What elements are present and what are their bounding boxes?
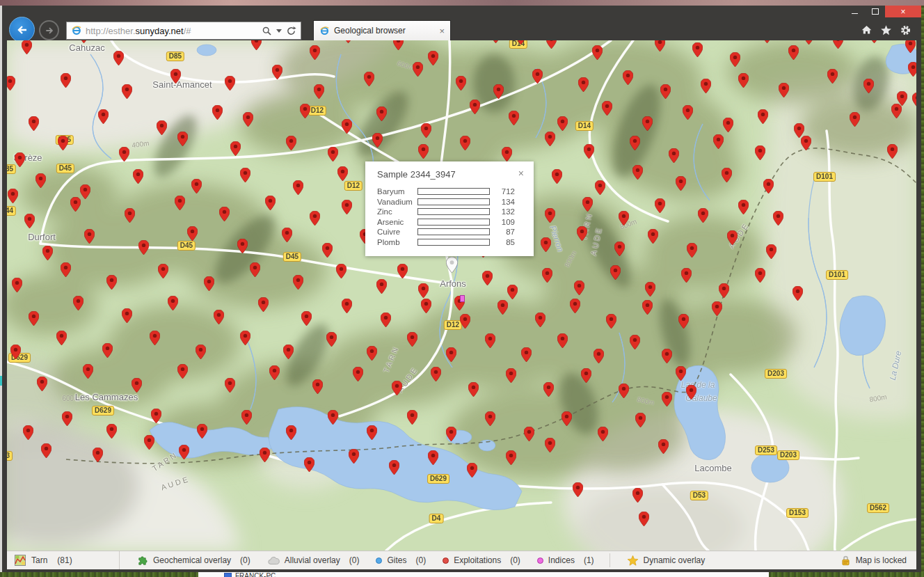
map-pin[interactable]: [509, 111, 519, 125]
map-pin[interactable]: [70, 197, 81, 212]
map-pin[interactable]: [606, 314, 616, 329]
map-pin[interactable]: [692, 42, 703, 57]
map-pin[interactable]: [727, 230, 738, 245]
map-pin[interactable]: [598, 427, 608, 441]
map-pin[interactable]: [535, 313, 545, 327]
map-pin[interactable]: [122, 308, 132, 323]
close-button[interactable]: ×: [885, 6, 921, 17]
map-pin[interactable]: [22, 40, 32, 54]
map-pin[interactable]: [23, 425, 33, 440]
map-pin[interactable]: [456, 76, 466, 90]
map-pin[interactable]: [602, 101, 612, 116]
map-pin[interactable]: [177, 364, 188, 379]
map-pin[interactable]: [698, 208, 708, 223]
map-pin[interactable]: [343, 40, 353, 43]
map-pin[interactable]: [619, 384, 629, 398]
map-pin[interactable]: [581, 368, 591, 383]
map-pin[interactable]: [37, 377, 47, 391]
map-pin[interactable]: [686, 385, 696, 400]
map-pin[interactable]: [676, 366, 686, 381]
map-pin[interactable]: [833, 40, 843, 49]
map-pin[interactable]: [648, 229, 658, 244]
map-pin[interactable]: [272, 65, 282, 79]
map-pin[interactable]: [197, 424, 207, 438]
map-pin[interactable]: [676, 176, 686, 191]
map-pin[interactable]: [545, 208, 555, 223]
map-pin[interactable]: [328, 410, 338, 425]
map-pin[interactable]: [506, 450, 516, 465]
map-pin[interactable]: [491, 40, 501, 43]
map-pin[interactable]: [763, 179, 774, 193]
map-pin[interactable]: [804, 40, 814, 45]
map-pin[interactable]: [630, 136, 640, 150]
map-pin[interactable]: [151, 409, 161, 423]
map-pin[interactable]: [304, 457, 314, 472]
map-pin[interactable]: [376, 279, 387, 294]
map-pin[interactable]: [364, 72, 374, 86]
map-pin[interactable]: [578, 77, 589, 92]
map-pin[interactable]: [788, 45, 799, 60]
selected-map-pin[interactable]: [446, 257, 458, 273]
map-pin[interactable]: [460, 314, 470, 329]
map-pin[interactable]: [283, 345, 294, 359]
statusbar-item-indices[interactable]: Indices(1): [537, 555, 594, 565]
map-pin[interactable]: [595, 180, 605, 195]
map-pin[interactable]: [557, 116, 568, 131]
map-pin[interactable]: [561, 411, 572, 426]
indices-marker[interactable]: [460, 295, 465, 302]
map-pin[interactable]: [389, 460, 399, 475]
map-pin[interactable]: [669, 148, 679, 163]
map-pin[interactable]: [79, 40, 89, 43]
map-pin[interactable]: [158, 264, 168, 278]
map-pin[interactable]: [887, 144, 898, 159]
map-pin[interactable]: [7, 76, 15, 90]
map-pin[interactable]: [293, 180, 303, 195]
map-pin[interactable]: [730, 52, 740, 67]
map-pin[interactable]: [381, 313, 391, 327]
map-pin[interactable]: [328, 147, 338, 161]
map-pin[interactable]: [260, 448, 270, 462]
statusbar-item-dynamic[interactable]: Dynamic overlay: [627, 555, 706, 567]
map-pin[interactable]: [573, 482, 583, 497]
map-pin[interactable]: [367, 346, 377, 361]
map-pin[interactable]: [632, 165, 643, 180]
map-pin[interactable]: [467, 463, 477, 477]
map-pin[interactable]: [113, 51, 124, 65]
map-pin[interactable]: [570, 299, 580, 313]
map-pin[interactable]: [372, 133, 383, 148]
map-pin[interactable]: [642, 300, 653, 315]
map-pin[interactable]: [61, 73, 71, 88]
map-pin[interactable]: [912, 93, 916, 107]
tab-close-icon[interactable]: ×: [439, 26, 445, 35]
map-pin[interactable]: [792, 286, 803, 301]
map-pin[interactable]: [506, 368, 516, 383]
map-pin[interactable]: [241, 410, 252, 425]
map-pin[interactable]: [286, 136, 296, 150]
map-pin[interactable]: [762, 40, 772, 43]
map-pin[interactable]: [8, 189, 18, 203]
search-dropdown-icon[interactable]: [276, 29, 282, 33]
map-pin[interactable]: [701, 79, 711, 93]
map-pin[interactable]: [421, 299, 431, 313]
map-pin[interactable]: [594, 349, 604, 363]
map-pin[interactable]: [532, 69, 543, 84]
map-pin[interactable]: [187, 226, 198, 241]
map-pin[interactable]: [293, 275, 303, 290]
map-pin[interactable]: [212, 105, 223, 120]
map-pin[interactable]: [144, 435, 154, 450]
map-pin[interactable]: [240, 331, 250, 345]
map-pin[interactable]: [552, 169, 562, 184]
map-pin[interactable]: [543, 382, 554, 397]
map-pin[interactable]: [286, 425, 296, 440]
popup-close-icon[interactable]: ×: [518, 168, 524, 178]
map-pin[interactable]: [106, 275, 117, 290]
map-pin[interactable]: [655, 198, 665, 213]
map-pin[interactable]: [322, 243, 333, 258]
map-pin[interactable]: [191, 179, 202, 193]
map-pin[interactable]: [314, 84, 324, 99]
map-pin[interactable]: [773, 211, 783, 226]
map-pin[interactable]: [98, 109, 109, 124]
map-pin[interactable]: [635, 413, 646, 427]
map-pin[interactable]: [336, 264, 346, 278]
map-pin[interactable]: [196, 345, 206, 359]
